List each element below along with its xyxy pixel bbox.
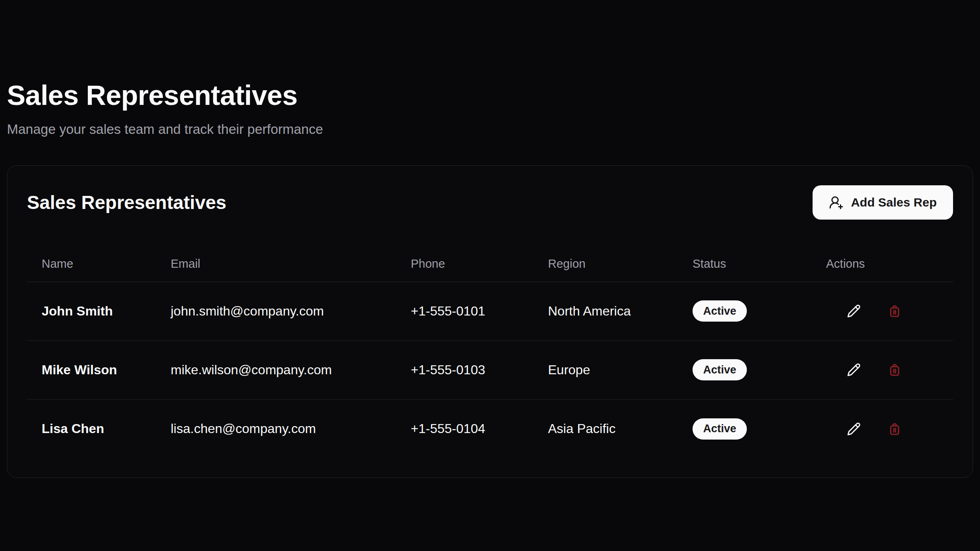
delete-button[interactable]	[883, 300, 906, 322]
pencil-icon	[847, 422, 861, 436]
edit-button[interactable]	[842, 418, 865, 440]
column-header-status: Status	[678, 246, 811, 282]
delete-button[interactable]	[883, 358, 906, 381]
row-actions	[842, 418, 938, 440]
row-actions	[842, 300, 938, 322]
main-content: Sales Representatives Manage your sales …	[0, 0, 980, 478]
status-badge: Active	[693, 300, 747, 322]
trash-icon	[887, 362, 902, 377]
table-row: Lisa Chen lisa.chen@company.com +1-555-0…	[27, 399, 953, 458]
column-header-name: Name	[27, 246, 156, 282]
cell-region: North America	[533, 282, 678, 340]
add-sales-rep-label: Add Sales Rep	[851, 196, 937, 209]
cell-status: Active	[678, 399, 811, 458]
pencil-icon	[847, 363, 861, 377]
row-actions	[842, 358, 938, 381]
cell-phone: +1-555-0104	[396, 399, 533, 458]
page-subtitle: Manage your sales team and track their p…	[7, 121, 973, 138]
table-body: John Smith john.smith@company.com +1-555…	[27, 282, 953, 458]
trash-icon	[887, 304, 902, 318]
cell-status: Active	[678, 282, 811, 340]
table-header: Name Email Phone Region Status Actions	[27, 246, 953, 282]
status-badge: Active	[693, 418, 747, 440]
cell-email: john.smith@company.com	[156, 282, 396, 340]
status-badge: Active	[693, 359, 747, 380]
cell-name: John Smith	[27, 282, 156, 340]
pencil-icon	[847, 304, 861, 318]
table-row: John Smith john.smith@company.com +1-555…	[27, 282, 953, 340]
column-header-email: Email	[156, 246, 396, 282]
cell-phone: +1-555-0101	[396, 282, 533, 340]
cell-email: mike.wilson@company.com	[156, 340, 396, 399]
delete-button[interactable]	[883, 418, 906, 440]
cell-status: Active	[678, 340, 811, 399]
page-title: Sales Representatives	[7, 81, 973, 110]
cell-actions	[811, 282, 953, 340]
cell-phone: +1-555-0103	[396, 340, 533, 399]
add-sales-rep-button[interactable]: Add Sales Rep	[813, 185, 953, 220]
cell-region: Europe	[533, 340, 678, 399]
card-title: Sales Representatives	[27, 191, 226, 213]
edit-button[interactable]	[842, 358, 865, 381]
card-header: Sales Representatives Add Sales Rep	[27, 185, 953, 220]
cell-region: Asia Pacific	[533, 399, 678, 458]
trash-icon	[887, 422, 902, 436]
cell-actions	[811, 340, 953, 399]
table-row: Mike Wilson mike.wilson@company.com +1-5…	[27, 340, 953, 399]
cell-name: Mike Wilson	[27, 340, 156, 399]
edit-button[interactable]	[842, 300, 865, 322]
user-plus-icon	[829, 195, 844, 210]
cell-name: Lisa Chen	[27, 399, 156, 458]
cell-actions	[811, 399, 953, 458]
sales-reps-table: Name Email Phone Region Status Actions J…	[27, 246, 953, 458]
column-header-phone: Phone	[396, 246, 533, 282]
sales-reps-card: Sales Representatives Add Sales Rep	[7, 165, 973, 478]
column-header-actions: Actions	[811, 246, 953, 282]
cell-email: lisa.chen@company.com	[156, 399, 396, 458]
column-header-region: Region	[533, 246, 678, 282]
